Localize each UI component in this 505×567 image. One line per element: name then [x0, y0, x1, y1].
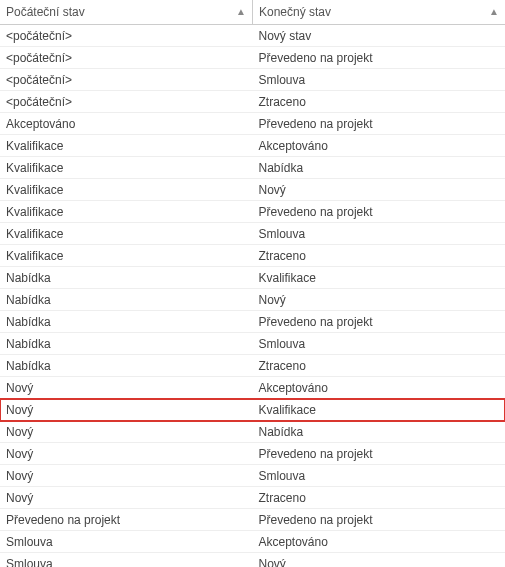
table-row[interactable]: KvalifikaceAkceptováno: [0, 135, 505, 157]
cell-end-state: Nový: [253, 553, 506, 567]
cell-end-state: Smlouva: [253, 333, 506, 354]
cell-start-state: Nový: [0, 421, 253, 442]
table-row[interactable]: NovýNabídka: [0, 421, 505, 443]
cell-start-state: <počáteční>: [0, 91, 253, 112]
cell-start-state: Nový: [0, 465, 253, 486]
table-row[interactable]: NovýZtraceno: [0, 487, 505, 509]
cell-start-state: Nabídka: [0, 311, 253, 332]
cell-start-state: Nový: [0, 487, 253, 508]
column-header-start[interactable]: Počáteční stav ▲: [0, 0, 253, 24]
cell-start-state: Kvalifikace: [0, 245, 253, 266]
grid-body: <počáteční>Nový stav<počáteční>Převedeno…: [0, 25, 505, 567]
cell-start-state: Akceptováno: [0, 113, 253, 134]
table-row[interactable]: <počáteční>Nový stav: [0, 25, 505, 47]
cell-start-state: Smlouva: [0, 553, 253, 567]
cell-end-state: Převedeno na projekt: [253, 47, 506, 68]
table-row[interactable]: KvalifikaceNabídka: [0, 157, 505, 179]
cell-start-state: Nový: [0, 377, 253, 398]
cell-end-state: Nový: [253, 179, 506, 200]
cell-end-state: Nabídka: [253, 421, 506, 442]
cell-end-state: Akceptováno: [253, 377, 506, 398]
cell-start-state: <počáteční>: [0, 47, 253, 68]
cell-end-state: Smlouva: [253, 69, 506, 90]
cell-start-state: Kvalifikace: [0, 157, 253, 178]
table-row[interactable]: <počáteční>Převedeno na projekt: [0, 47, 505, 69]
sort-asc-icon: ▲: [236, 7, 246, 17]
cell-end-state: Nový stav: [253, 25, 506, 46]
grid-header-row: Počáteční stav ▲ Konečný stav ▲: [0, 0, 505, 25]
table-row[interactable]: SmlouvaNový: [0, 553, 505, 567]
table-row[interactable]: <počáteční>Ztraceno: [0, 91, 505, 113]
cell-start-state: Kvalifikace: [0, 223, 253, 244]
column-header-end[interactable]: Konečný stav ▲: [253, 0, 505, 24]
table-row[interactable]: NovýPřevedeno na projekt: [0, 443, 505, 465]
cell-end-state: Akceptováno: [253, 531, 506, 552]
cell-start-state: Kvalifikace: [0, 201, 253, 222]
cell-end-state: Převedeno na projekt: [253, 509, 506, 530]
cell-end-state: Převedeno na projekt: [253, 443, 506, 464]
cell-start-state: Nabídka: [0, 267, 253, 288]
column-header-label: Konečný stav: [259, 5, 331, 19]
column-header-label: Počáteční stav: [6, 5, 85, 19]
table-row[interactable]: Převedeno na projektPřevedeno na projekt: [0, 509, 505, 531]
table-row[interactable]: NovýKvalifikace: [0, 399, 505, 421]
cell-start-state: Nabídka: [0, 333, 253, 354]
cell-end-state: Ztraceno: [253, 91, 506, 112]
cell-end-state: Kvalifikace: [253, 399, 506, 420]
cell-end-state: Převedeno na projekt: [253, 201, 506, 222]
cell-start-state: Nový: [0, 443, 253, 464]
state-transition-grid: Počáteční stav ▲ Konečný stav ▲ <počáteč…: [0, 0, 505, 567]
cell-start-state: Kvalifikace: [0, 179, 253, 200]
cell-end-state: Nový: [253, 289, 506, 310]
cell-start-state: Nabídka: [0, 289, 253, 310]
cell-end-state: Převedeno na projekt: [253, 311, 506, 332]
cell-end-state: Akceptováno: [253, 135, 506, 156]
table-row[interactable]: KvalifikaceSmlouva: [0, 223, 505, 245]
table-row[interactable]: KvalifikaceZtraceno: [0, 245, 505, 267]
cell-start-state: Nabídka: [0, 355, 253, 376]
table-row[interactable]: NabídkaNový: [0, 289, 505, 311]
cell-end-state: Převedeno na projekt: [253, 113, 506, 134]
cell-end-state: Smlouva: [253, 465, 506, 486]
cell-start-state: Nový: [0, 399, 253, 420]
cell-start-state: Kvalifikace: [0, 135, 253, 156]
table-row[interactable]: KvalifikaceNový: [0, 179, 505, 201]
cell-end-state: Ztraceno: [253, 245, 506, 266]
table-row[interactable]: KvalifikacePřevedeno na projekt: [0, 201, 505, 223]
cell-start-state: <počáteční>: [0, 69, 253, 90]
table-row[interactable]: NabídkaKvalifikace: [0, 267, 505, 289]
cell-end-state: Smlouva: [253, 223, 506, 244]
table-row[interactable]: NovýAkceptováno: [0, 377, 505, 399]
sort-asc-icon: ▲: [489, 7, 499, 17]
table-row[interactable]: NovýSmlouva: [0, 465, 505, 487]
table-row[interactable]: AkceptovánoPřevedeno na projekt: [0, 113, 505, 135]
cell-end-state: Nabídka: [253, 157, 506, 178]
cell-end-state: Ztraceno: [253, 487, 506, 508]
cell-start-state: <počáteční>: [0, 25, 253, 46]
table-row[interactable]: <počáteční>Smlouva: [0, 69, 505, 91]
cell-start-state: Převedeno na projekt: [0, 509, 253, 530]
table-row[interactable]: NabídkaZtraceno: [0, 355, 505, 377]
cell-start-state: Smlouva: [0, 531, 253, 552]
table-row[interactable]: SmlouvaAkceptováno: [0, 531, 505, 553]
cell-end-state: Ztraceno: [253, 355, 506, 376]
table-row[interactable]: NabídkaPřevedeno na projekt: [0, 311, 505, 333]
table-row[interactable]: NabídkaSmlouva: [0, 333, 505, 355]
cell-end-state: Kvalifikace: [253, 267, 506, 288]
